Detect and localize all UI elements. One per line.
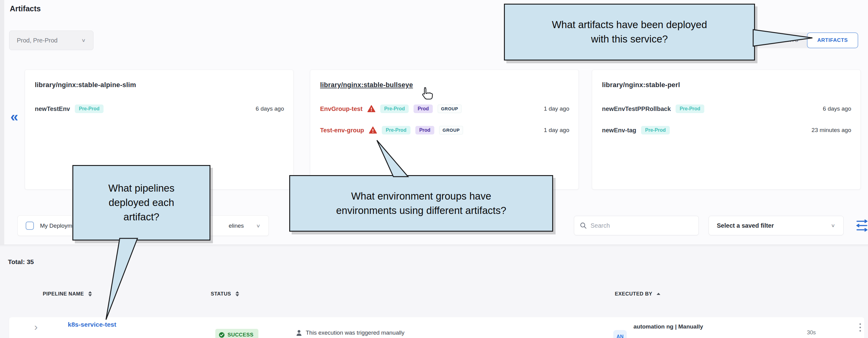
group-badge: GROUP [439,126,463,135]
environment-name[interactable]: newTestEnv [35,106,70,112]
search-icon [580,222,587,229]
sort-ascending-icon [657,293,660,295]
artifact-title-link[interactable]: library/nginx:stable-bullseye [320,81,569,89]
callout-artifacts-question: What artifacts have been deployed with t… [504,4,755,60]
total-count: Total: 35 [8,258,34,265]
deploy-time: 6 days ago [256,106,284,112]
status-badge: SUCCESS [215,329,258,338]
deploy-time: 6 days ago [823,106,851,112]
environment-row: newEnv-tag Pre-Prod 23 minutes ago [602,123,851,137]
preprod-badge: Pre-Prod [75,105,103,113]
execution-row[interactable] [9,317,864,338]
environment-type-value: Prod, Pre-Prod [17,37,57,44]
filter-settings-icon[interactable] [856,219,868,233]
column-header-pipeline-name[interactable]: PIPELINE NAME [43,291,92,297]
preprod-badge: Pre-Prod [380,105,409,113]
trigger-note: This execution was triggered manually [296,330,404,336]
prod-badge: Prod [413,105,432,113]
envgroup-name[interactable]: EnvGroup-test [320,106,363,112]
prod-badge: Prod [415,126,434,135]
group-badge: GROUP [438,105,462,113]
environment-name[interactable]: newEnv-tag [602,127,636,134]
success-check-icon [219,332,225,338]
executed-by-text: automation ng | Manually [633,323,703,330]
chevron-down-icon: ∨ [81,37,86,43]
sort-icon [236,291,239,297]
environment-rows: newTestEnv Pre-Prod 6 days ago [35,102,284,116]
pipelines-dropdown-label[interactable]: elines [229,223,244,229]
saved-filter-dropdown[interactable]: Select a saved filter ∨ [709,216,843,235]
pipeline-name-link[interactable]: k8s-service-test [68,321,116,328]
envgroup-name[interactable]: Test-env-group [320,127,364,134]
environment-type-dropdown[interactable]: Prod, Pre-Prod ∨ [9,31,93,50]
search-box [574,216,699,235]
callout-pipelines-question: What pipelines deployed each artifact? [72,165,211,241]
user-icon [296,330,302,336]
environment-row: EnvGroup-test Pre-Prod Prod GROUP 1 day … [320,102,569,116]
deploy-time: 1 day ago [544,127,569,134]
callout-envgroups-question: What environment groups have environment… [289,175,553,232]
environments-artifacts-toggle: ENVIRONMENTS ARTIFACTS [745,32,858,48]
tab-artifacts[interactable]: ARTIFACTS [807,32,858,48]
artifact-title[interactable]: library/nginx:stable-alpine-slim [35,81,284,89]
environment-rows: EnvGroup-test Pre-Prod Prod GROUP 1 day … [320,102,569,137]
environment-rows: newEnvTestPPRollback Pre-Prod 6 days ago… [602,102,851,137]
row-menu-icon[interactable] [859,323,861,333]
environment-row: Test-env-group Pre-Prod Prod GROUP 1 day… [320,123,569,137]
collapse-panel-button[interactable]: « [10,109,18,123]
execution-duration: 30s [807,330,816,336]
preprod-badge: Pre-Prod [382,126,410,135]
chevron-down-icon: ∨ [256,223,260,229]
warning-icon [367,105,375,112]
my-deployments-checkbox[interactable] [26,222,34,230]
preprod-badge: Pre-Prod [676,105,704,113]
sort-icon [88,291,92,297]
row-expander-icon[interactable]: › [34,321,37,332]
environment-name[interactable]: newEnvTestPPRollback [602,106,671,112]
preprod-badge: Pre-Prod [641,126,670,135]
my-deployments-label: My Deploym [40,223,72,229]
search-input[interactable] [591,222,693,229]
warning-icon [369,126,377,134]
column-header-status[interactable]: STATUS [211,291,239,297]
deploy-time: 23 minutes ago [811,127,851,134]
environment-row: newTestEnv Pre-Prod 6 days ago [35,102,284,116]
chevron-down-icon: ∨ [831,223,835,228]
artifact-title[interactable]: library/nginx:stable-perl [602,81,851,89]
avatar: AN [613,330,627,338]
artifact-card-perl: library/nginx:stable-perl newEnvTestPPRo… [592,70,861,190]
column-header-executed-by[interactable]: EXECUTED BY [615,291,660,297]
artifacts-page: Artifacts Prod, Pre-Prod ∨ « ENVIRONMENT… [0,0,868,338]
artifact-card-bullseye: library/nginx:stable-bullseye EnvGroup-t… [310,70,579,190]
deploy-time: 1 day ago [544,106,569,112]
page-title: Artifacts [10,4,41,13]
saved-filter-label: Select a saved filter [717,222,774,229]
environment-row: newEnvTestPPRollback Pre-Prod 6 days ago [602,102,851,116]
